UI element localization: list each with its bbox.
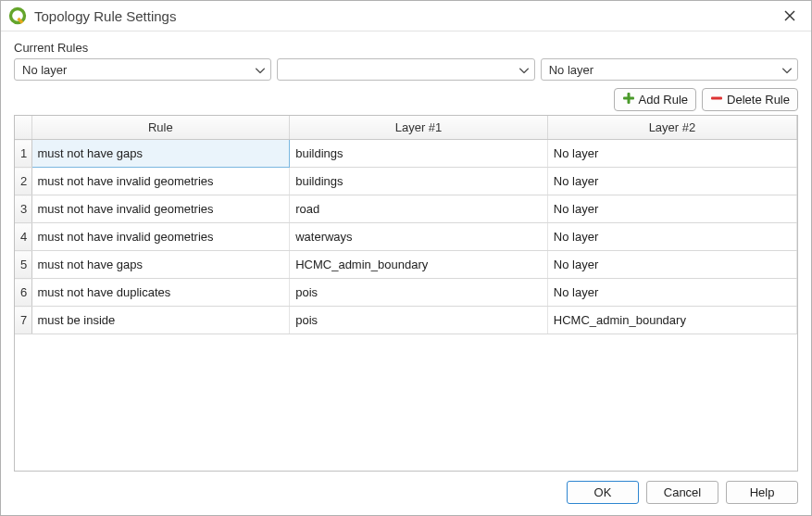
dialog-button-bar: OK Cancel Help bbox=[1, 472, 811, 515]
cell-layer2[interactable]: No layer bbox=[547, 168, 796, 195]
delete-rule-button[interactable]: Delete Rule bbox=[702, 88, 798, 111]
cell-layer2[interactable]: HCMC_admin_boundary bbox=[547, 307, 796, 334]
plus-icon bbox=[622, 92, 635, 107]
table-row[interactable]: 4must not have invalid geometrieswaterwa… bbox=[15, 223, 797, 251]
cell-layer2[interactable]: No layer bbox=[547, 223, 796, 251]
cell-layer2[interactable]: No layer bbox=[547, 279, 796, 307]
cell-layer2[interactable]: No layer bbox=[547, 140, 796, 168]
cell-rule[interactable]: must not have gaps bbox=[31, 140, 290, 168]
cell-layer1[interactable]: pois bbox=[290, 279, 548, 307]
chevron-down-icon bbox=[782, 63, 792, 77]
col-header-layer2[interactable]: Layer #2 bbox=[547, 116, 796, 140]
chevron-down-icon bbox=[256, 63, 265, 77]
svg-rect-5 bbox=[623, 97, 634, 100]
cell-layer2[interactable]: No layer bbox=[547, 195, 796, 223]
add-rule-label: Add Rule bbox=[639, 93, 688, 107]
cell-rule[interactable]: must not have invalid geometries bbox=[31, 195, 290, 223]
rule-select[interactable] bbox=[277, 58, 534, 81]
row-number[interactable]: 1 bbox=[15, 140, 31, 168]
minus-icon bbox=[710, 92, 723, 107]
layer1-select[interactable]: No layer bbox=[14, 58, 271, 81]
cell-layer1[interactable]: HCMC_admin_boundary bbox=[290, 251, 548, 279]
close-icon bbox=[784, 10, 795, 21]
layer1-select-value: No layer bbox=[22, 63, 67, 77]
dialog-window: Topology Rule Settings Current Rules No … bbox=[0, 0, 812, 516]
layer2-select-value: No layer bbox=[549, 63, 593, 77]
layer2-select[interactable]: No layer bbox=[541, 58, 798, 81]
cell-layer1[interactable]: pois bbox=[290, 307, 548, 334]
table-row[interactable]: 1must not have gapsbuildingsNo layer bbox=[15, 140, 797, 168]
cell-rule[interactable]: must not have invalid geometries bbox=[31, 223, 290, 251]
cell-rule[interactable]: must not have duplicates bbox=[31, 279, 290, 307]
delete-rule-label: Delete Rule bbox=[727, 93, 790, 107]
row-number[interactable]: 6 bbox=[15, 279, 31, 307]
rule-selectors-row: No layer No layer bbox=[14, 58, 798, 81]
table-corner bbox=[15, 116, 31, 140]
table-row[interactable]: 7must be insidepoisHCMC_admin_boundary bbox=[15, 307, 797, 334]
window-title: Topology Rule Settings bbox=[34, 8, 176, 24]
table-row[interactable]: 3must not have invalid geometriesroadNo … bbox=[15, 195, 797, 223]
rules-table-wrap: Rule Layer #1 Layer #2 1must not have ga… bbox=[14, 115, 798, 472]
dialog-content: Current Rules No layer No layer bbox=[1, 31, 811, 472]
current-rules-label: Current Rules bbox=[14, 41, 798, 55]
cell-rule[interactable]: must not have gaps bbox=[31, 251, 290, 279]
cell-layer1[interactable]: road bbox=[290, 195, 548, 223]
cell-layer1[interactable]: buildings bbox=[290, 168, 548, 195]
table-empty-area bbox=[15, 334, 797, 471]
table-header-row: Rule Layer #1 Layer #2 bbox=[15, 116, 797, 140]
col-header-layer1[interactable]: Layer #1 bbox=[290, 116, 548, 140]
titlebar: Topology Rule Settings bbox=[1, 1, 811, 31]
add-rule-button[interactable]: Add Rule bbox=[614, 88, 696, 111]
help-button[interactable]: Help bbox=[726, 481, 798, 504]
table-row[interactable]: 5must not have gapsHCMC_admin_boundaryNo… bbox=[15, 251, 797, 279]
qgis-logo-icon bbox=[8, 6, 27, 25]
cell-layer2[interactable]: No layer bbox=[547, 251, 796, 279]
table-row[interactable]: 6must not have duplicatespoisNo layer bbox=[15, 279, 797, 307]
row-number[interactable]: 5 bbox=[15, 251, 31, 279]
col-header-rule[interactable]: Rule bbox=[31, 116, 290, 140]
cancel-button[interactable]: Cancel bbox=[646, 481, 718, 504]
ok-button[interactable]: OK bbox=[567, 481, 639, 504]
row-number[interactable]: 2 bbox=[15, 168, 31, 195]
row-number[interactable]: 4 bbox=[15, 223, 31, 251]
row-number[interactable]: 3 bbox=[15, 195, 31, 223]
table-row[interactable]: 2must not have invalid geometriesbuildin… bbox=[15, 168, 797, 195]
row-number[interactable]: 7 bbox=[15, 307, 31, 334]
rules-table: Rule Layer #1 Layer #2 1must not have ga… bbox=[15, 116, 797, 334]
cell-layer1[interactable]: waterways bbox=[290, 223, 548, 251]
svg-rect-6 bbox=[711, 97, 722, 100]
close-button[interactable] bbox=[778, 6, 802, 25]
cell-rule[interactable]: must not have invalid geometries bbox=[31, 168, 290, 195]
toolbar-row: Add Rule Delete Rule bbox=[14, 88, 798, 111]
cell-rule[interactable]: must be inside bbox=[31, 307, 290, 334]
cell-layer1[interactable]: buildings bbox=[290, 140, 548, 168]
chevron-down-icon bbox=[519, 63, 529, 77]
